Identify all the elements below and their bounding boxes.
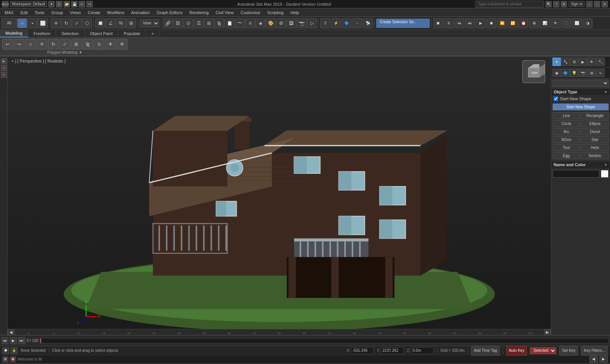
- viewport-config-btn[interactable]: 🖥: [529, 18, 539, 28]
- egg-btn[interactable]: Egg: [552, 152, 580, 159]
- named-sel-btn[interactable]: ☰: [194, 18, 204, 28]
- rp-shape-icon[interactable]: 🔷: [561, 69, 570, 77]
- open-icon[interactable]: 📂: [64, 1, 70, 7]
- app-logo-icon[interactable]: MAX: [2, 1, 8, 7]
- y-input[interactable]: [381, 347, 404, 354]
- x-input[interactable]: [351, 347, 374, 354]
- render-frame-btn[interactable]: 📷: [297, 18, 307, 28]
- ellipse-btn[interactable]: Ellipse: [581, 120, 609, 127]
- rp-category-dropdown[interactable]: Splines: [552, 80, 609, 87]
- redo-icon[interactable]: ↪: [87, 1, 93, 7]
- curve-btn[interactable]: 〜: [235, 18, 245, 28]
- left-icon-1[interactable]: ▶: [1, 58, 7, 64]
- num1-btn[interactable]: 3: [320, 18, 330, 28]
- helix-btn[interactable]: Helix: [581, 144, 609, 151]
- auto-key-btn[interactable]: Auto Key: [506, 346, 527, 356]
- sb2-icon1[interactable]: 🔮: [2, 356, 8, 362]
- section-btn[interactable]: Section: [581, 152, 609, 159]
- menu-civil-view[interactable]: Civil View: [212, 10, 236, 16]
- arc-btn[interactable]: Arc: [552, 128, 580, 135]
- rp-helper-icon[interactable]: ⊞: [588, 69, 596, 77]
- close-button[interactable]: ✕: [602, 1, 608, 7]
- stats-btn[interactable]: 📊: [540, 18, 550, 28]
- start-new-shape-checkbox[interactable]: [554, 96, 558, 101]
- menu-tools[interactable]: Tools: [32, 10, 48, 16]
- num5-btn[interactable]: 📡: [363, 18, 373, 28]
- layer-btn[interactable]: 📋: [225, 18, 234, 28]
- menu-modifiers[interactable]: Modifiers: [104, 10, 127, 16]
- ribbon-tab-freeform[interactable]: Freeform: [28, 30, 56, 37]
- place-btn[interactable]: ⬡: [82, 18, 92, 28]
- rectangle-btn[interactable]: Rectangle: [581, 112, 609, 119]
- menu-group[interactable]: Group: [48, 10, 66, 16]
- rp-utilities-icon[interactable]: 🔨: [596, 58, 605, 66]
- rp-create-icon[interactable]: ✦: [552, 58, 561, 66]
- color-swatch[interactable]: [601, 170, 608, 178]
- ribbon-undo-btn[interactable]: ↩: [2, 39, 13, 50]
- scroll-right-btn[interactable]: ▶: [544, 329, 551, 335]
- left-icon-3[interactable]: 🔻: [1, 72, 7, 78]
- z-input[interactable]: [411, 347, 434, 354]
- view-select[interactable]: View: [140, 19, 159, 27]
- ribbon-tab-object-paint[interactable]: Object Paint: [85, 30, 119, 37]
- 3d-scene[interactable]: X Y Z: [8, 56, 551, 335]
- stop-anim-btn[interactable]: ⏹: [486, 18, 496, 28]
- menu-create[interactable]: Create: [85, 10, 103, 16]
- more-anim-btn[interactable]: ⏩: [497, 18, 507, 28]
- start-new-shape-btn[interactable]: Start New Shape: [552, 103, 609, 111]
- save-icon[interactable]: 💾: [71, 1, 77, 7]
- next-frame-btn[interactable]: ⏭: [465, 18, 475, 28]
- ribbon-align-btn[interactable]: ⧎: [82, 39, 93, 50]
- new-icon[interactable]: 🗋: [56, 1, 62, 7]
- prev-frame-btn[interactable]: ⏮: [454, 18, 464, 28]
- select-move-btn[interactable]: ✛: [51, 18, 61, 28]
- ribbon-tab-selection[interactable]: Selection: [56, 30, 84, 37]
- selected-dropdown[interactable]: Selected: [530, 347, 556, 354]
- ribbon-hide-btn[interactable]: 👁: [105, 39, 116, 50]
- render-btn[interactable]: 🖼: [286, 18, 296, 28]
- rp-light-icon[interactable]: 💡: [570, 69, 578, 77]
- menu-edit[interactable]: Edit: [18, 10, 31, 16]
- sb2-btn1[interactable]: ◀: [589, 356, 598, 363]
- circle-btn[interactable]: Circle: [552, 120, 580, 127]
- ribbon-redo-btn[interactable]: ↪: [14, 39, 24, 50]
- scroll-left-btn[interactable]: ◀: [8, 329, 14, 335]
- auto-render-btn[interactable]: ▷: [307, 18, 317, 28]
- ribbon-clone-btn[interactable]: ⊙: [94, 39, 104, 50]
- rp-hierarchy-icon[interactable]: ⚙: [570, 58, 578, 66]
- donut-btn[interactable]: Donut: [581, 128, 609, 135]
- timeline-track[interactable]: [40, 338, 608, 343]
- search-icon[interactable]: 🔍: [546, 1, 552, 7]
- menu-graph-editors[interactable]: Graph Editors: [154, 10, 186, 16]
- name-input[interactable]: [553, 170, 599, 178]
- star-btn[interactable]: Star: [581, 136, 609, 143]
- loop-btn[interactable]: 🔁: [508, 18, 518, 28]
- menu-views[interactable]: Views: [67, 10, 84, 16]
- search-input[interactable]: [475, 1, 544, 8]
- create-selection-btn[interactable]: Create Selection Se...: [376, 19, 430, 28]
- workspace-dropdown-icon[interactable]: ▾: [48, 1, 55, 7]
- keyframe-btn[interactable]: ⏹: [433, 18, 443, 28]
- signin-button[interactable]: Sign in: [568, 1, 585, 7]
- rotate-btn[interactable]: ↻: [61, 18, 71, 28]
- ribbon-select-btn[interactable]: ⊹: [25, 39, 36, 50]
- ribbon-scale-btn[interactable]: ⤢: [59, 39, 70, 50]
- key-filters-btn[interactable]: Key Filters...: [581, 346, 608, 356]
- auto-btn[interactable]: ⏸: [444, 18, 454, 28]
- navcube-icon[interactable]: TOP: [522, 60, 545, 83]
- ngon-btn[interactable]: NGon: [552, 136, 580, 143]
- ribbon-mirror-btn[interactable]: ⊞: [71, 39, 82, 50]
- ribbon-tab-extra[interactable]: +: [146, 30, 159, 37]
- mirror-btn[interactable]: ⊞: [204, 18, 214, 28]
- rp-motion-icon[interactable]: ▶: [579, 58, 587, 66]
- deselect-btn[interactable]: ⬜: [572, 18, 582, 28]
- add-time-tag-btn[interactable]: Add Time Tag: [471, 346, 500, 356]
- snap-toggle-btn[interactable]: 🔲: [95, 18, 105, 28]
- rp-display-icon[interactable]: 👁: [588, 58, 596, 66]
- menu-customize[interactable]: Customize: [238, 10, 263, 16]
- line-btn[interactable]: Line: [552, 112, 580, 119]
- maximize-button[interactable]: □: [594, 1, 600, 7]
- time-config-btn[interactable]: ⏰: [518, 18, 528, 28]
- statusbar-lock-btn[interactable]: 🔒: [11, 347, 18, 354]
- render-setup-btn[interactable]: ⚙: [276, 18, 286, 28]
